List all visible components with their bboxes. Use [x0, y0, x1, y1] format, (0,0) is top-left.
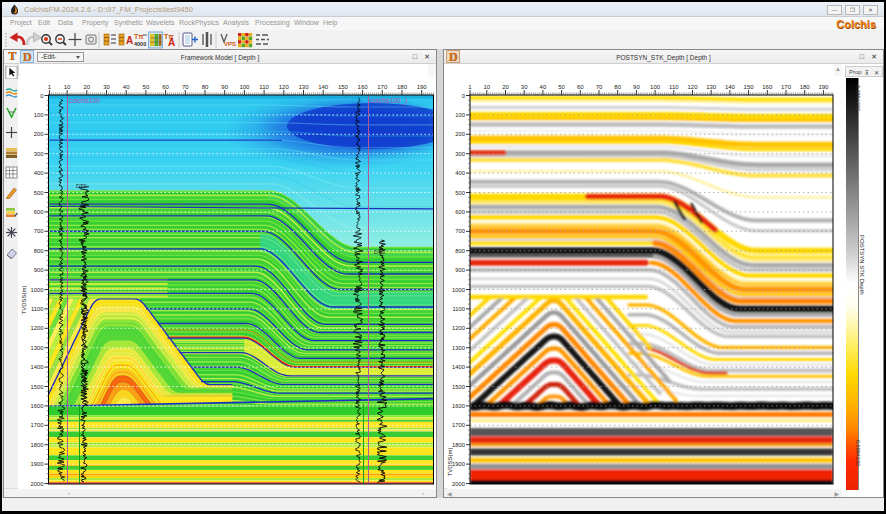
svg-text:700: 700: [455, 228, 465, 234]
svg-text:90: 90: [633, 84, 640, 90]
svg-text:800: 800: [455, 248, 465, 254]
svg-text:160: 160: [762, 84, 773, 90]
svg-text:50: 50: [558, 84, 565, 90]
svg-text:1200: 1200: [31, 325, 44, 331]
svg-text:30: 30: [103, 84, 110, 90]
svg-text:500: 500: [34, 190, 44, 196]
svg-text:1200: 1200: [452, 325, 465, 331]
svg-text:1300: 1300: [31, 345, 44, 351]
svg-text:130: 130: [706, 84, 717, 90]
svg-text:110: 110: [259, 84, 269, 90]
svg-text:colchis100_1: colchis100_1: [370, 97, 408, 105]
svg-text:1600: 1600: [31, 403, 44, 409]
svg-text:500: 500: [455, 190, 465, 196]
svg-text:70: 70: [182, 84, 189, 90]
svg-text:4000: 4000: [134, 41, 146, 47]
svg-text:600: 600: [455, 209, 465, 215]
svg-text:1400: 1400: [452, 364, 465, 370]
svg-text:300: 300: [455, 151, 465, 157]
svg-text:900: 900: [34, 267, 44, 273]
svg-text:200: 200: [34, 131, 44, 137]
svg-text:90: 90: [221, 84, 228, 90]
svg-text:1700: 1700: [31, 422, 44, 428]
svg-text:A: A: [168, 37, 175, 48]
svg-text:1800: 1800: [452, 442, 465, 448]
svg-text:20: 20: [83, 84, 90, 90]
svg-text:1900: 1900: [452, 461, 465, 467]
svg-text:2000: 2000: [31, 481, 44, 487]
svg-text:1400: 1400: [31, 364, 44, 370]
svg-text:VPS: VPS: [224, 41, 236, 47]
svg-text:2000: 2000: [452, 481, 465, 487]
svg-text:0: 0: [40, 93, 43, 99]
svg-text:40: 40: [540, 84, 547, 90]
svg-text:DTS: DTS: [374, 249, 385, 255]
svg-text:170: 170: [377, 84, 388, 90]
svg-text:150: 150: [338, 84, 349, 90]
svg-text:1500: 1500: [31, 384, 44, 390]
svg-text:400: 400: [34, 170, 44, 176]
svg-text:140: 140: [725, 84, 736, 90]
svg-text:180: 180: [800, 84, 811, 90]
svg-text:300: 300: [34, 151, 44, 157]
svg-text:150: 150: [744, 84, 755, 90]
svg-text:600: 600: [34, 209, 44, 215]
svg-text:900: 900: [455, 267, 465, 273]
svg-text:colchis100: colchis100: [69, 97, 100, 104]
svg-text:1700: 1700: [452, 422, 465, 428]
svg-text:1300: 1300: [452, 345, 465, 351]
svg-text:190: 190: [417, 84, 428, 90]
svg-text:Tπ: Tπ: [134, 33, 144, 40]
svg-text:80: 80: [614, 84, 621, 90]
svg-text:60: 60: [577, 84, 584, 90]
svg-text:80: 80: [202, 84, 209, 90]
svg-text:800: 800: [34, 248, 44, 254]
svg-text:1100: 1100: [453, 306, 465, 312]
svg-text:120: 120: [279, 84, 290, 90]
svg-text:50: 50: [143, 84, 150, 90]
svg-text:20: 20: [502, 84, 509, 90]
svg-text:160: 160: [358, 84, 369, 90]
svg-text:130: 130: [298, 84, 309, 90]
svg-text:A: A: [126, 35, 133, 46]
svg-text:10: 10: [64, 84, 71, 90]
svg-text:180: 180: [397, 84, 408, 90]
svg-text:400: 400: [455, 170, 465, 176]
svg-text:120: 120: [687, 84, 698, 90]
svg-text:0: 0: [462, 93, 465, 99]
svg-text:1100: 1100: [31, 306, 43, 312]
svg-text:10: 10: [483, 84, 490, 90]
svg-text:110: 110: [669, 84, 679, 90]
svg-text:700: 700: [34, 228, 44, 234]
svg-text:140: 140: [318, 84, 329, 90]
svg-text:1600: 1600: [452, 403, 465, 409]
svg-text:60: 60: [162, 84, 169, 90]
svg-text:200: 200: [455, 131, 465, 137]
svg-text:1000: 1000: [452, 287, 465, 293]
svg-text:100: 100: [239, 84, 250, 90]
svg-text:100: 100: [455, 112, 465, 118]
svg-text:TVDSS(m): TVDSS(m): [21, 286, 27, 315]
svg-text:1500: 1500: [452, 384, 465, 390]
svg-text:30: 30: [521, 84, 528, 90]
svg-text:70: 70: [596, 84, 603, 90]
svg-text:40: 40: [123, 84, 130, 90]
svg-text:1800: 1800: [31, 442, 44, 448]
svg-text:TVDSS(m): TVDSS(m): [447, 448, 453, 477]
svg-text:170: 170: [781, 84, 792, 90]
svg-text:100: 100: [34, 112, 44, 118]
svg-text:1000: 1000: [31, 287, 44, 293]
svg-text:100: 100: [650, 84, 661, 90]
svg-text:1900: 1900: [31, 461, 44, 467]
svg-text:DTS: DTS: [76, 183, 87, 189]
svg-text:190: 190: [818, 84, 829, 90]
